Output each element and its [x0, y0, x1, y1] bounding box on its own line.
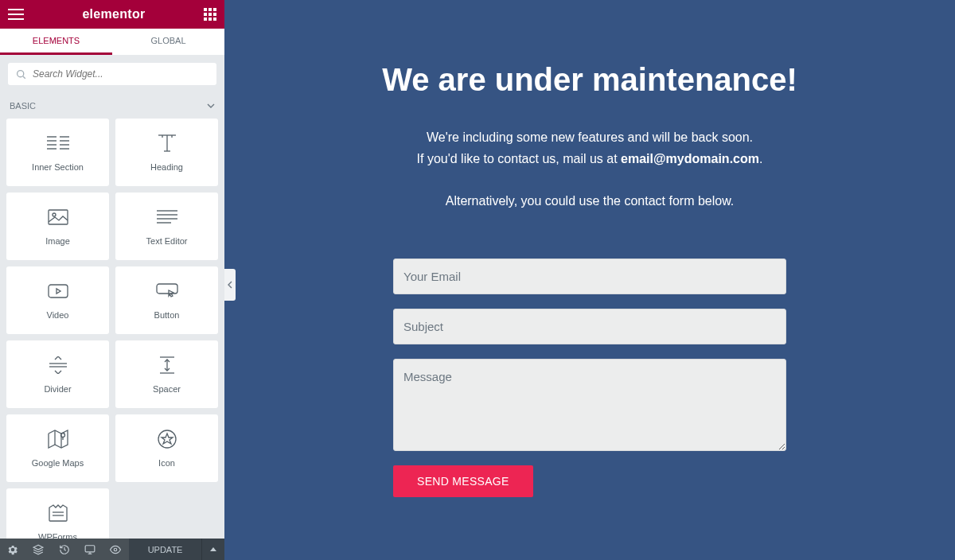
widget-video[interactable]: Video: [6, 266, 109, 334]
contact-form: SEND MESSAGE: [393, 259, 786, 497]
widget-label: Icon: [158, 458, 175, 468]
panel-tabs: ELEMENTS GLOBAL: [0, 29, 224, 55]
grid-icon[interactable]: [204, 8, 216, 21]
widget-label: WPForms: [38, 532, 77, 539]
widget-label: Text Editor: [146, 236, 188, 246]
svg-line-1: [23, 76, 25, 78]
tab-elements[interactable]: ELEMENTS: [0, 29, 112, 55]
contact-email: email@mydomain.com: [621, 152, 759, 165]
update-options-button[interactable]: [201, 539, 224, 560]
widget-label: Video: [47, 310, 69, 320]
svg-marker-38: [34, 545, 44, 550]
widget-icon[interactable]: Icon: [115, 414, 218, 482]
widgets-scroll[interactable]: Inner Section Heading Image Text Editor: [0, 119, 224, 539]
widget-label: Google Maps: [32, 458, 84, 468]
sidebar-header: elementor: [0, 0, 224, 29]
layers-icon: [33, 544, 44, 555]
form-icon: [49, 504, 68, 523]
search-icon: [16, 69, 26, 80]
columns-icon: [47, 134, 69, 153]
section-basic-label: BASIC: [10, 101, 36, 111]
tab-global[interactable]: GLOBAL: [112, 29, 224, 55]
image-icon: [48, 208, 68, 227]
history-button[interactable]: [52, 539, 77, 560]
send-message-button[interactable]: SEND MESSAGE: [393, 465, 533, 497]
subject-field[interactable]: [393, 309, 786, 344]
intro-line3: Alternatively, you could use the contact…: [446, 190, 735, 212]
widget-label: Divider: [44, 384, 71, 394]
email-field[interactable]: [393, 259, 786, 294]
widget-button[interactable]: Button: [115, 266, 218, 334]
video-icon: [48, 282, 68, 301]
widget-label: Heading: [150, 162, 183, 172]
eye-icon: [110, 544, 121, 555]
map-icon: [48, 430, 68, 449]
widget-label: Inner Section: [32, 162, 84, 172]
preview-button[interactable]: [103, 539, 128, 560]
widget-text-editor[interactable]: Text Editor: [115, 192, 218, 260]
widget-label: Button: [154, 310, 180, 320]
chevron-left-icon: [228, 281, 232, 289]
widget-label: Spacer: [153, 384, 181, 394]
svg-rect-21: [49, 285, 68, 298]
widget-wpforms[interactable]: WPForms: [6, 488, 109, 539]
widget-inner-section[interactable]: Inner Section: [6, 119, 109, 186]
logo: elementor: [82, 7, 145, 21]
svg-rect-23: [157, 284, 177, 294]
section-basic[interactable]: BASIC: [0, 93, 224, 119]
search-wrap: [0, 55, 224, 93]
history-icon: [59, 544, 70, 555]
heading-icon: [157, 134, 177, 153]
svg-rect-39: [85, 545, 95, 551]
navigator-button[interactable]: [25, 539, 51, 560]
settings-button[interactable]: [0, 539, 25, 560]
page-title: We are under maintenance!: [382, 62, 797, 98]
widget-divider[interactable]: Divider: [6, 340, 109, 408]
chevron-down-icon: [207, 103, 215, 108]
intro-line1: We're including some new features and wi…: [417, 126, 763, 148]
widget-label: Image: [45, 236, 70, 246]
desktop-icon: [84, 544, 96, 555]
svg-point-0: [18, 70, 24, 76]
responsive-button[interactable]: [77, 539, 103, 560]
svg-point-42: [115, 548, 118, 551]
spacer-icon: [158, 356, 176, 375]
svg-marker-43: [210, 547, 216, 551]
editor-sidebar: elementor ELEMENTS GLOBAL BASIC Inner Se…: [0, 0, 224, 560]
sidebar-footer: UPDATE: [0, 539, 224, 560]
message-field[interactable]: [393, 359, 786, 451]
star-badge-icon: [158, 430, 177, 449]
button-icon: [156, 282, 178, 301]
divider-icon: [49, 356, 67, 375]
gear-icon: [7, 544, 18, 555]
menu-icon[interactable]: [8, 9, 24, 20]
intro-line2: If you'd like to contact us, mail us at …: [417, 148, 763, 169]
svg-rect-15: [49, 210, 68, 224]
widget-spacer[interactable]: Spacer: [115, 340, 218, 408]
preview-canvas: We are under maintenance! We're includin…: [224, 0, 955, 560]
svg-point-16: [53, 213, 56, 216]
search-input[interactable]: [33, 68, 209, 80]
collapse-sidebar-button[interactable]: [224, 269, 236, 301]
caret-up-icon: [210, 547, 216, 551]
widget-heading[interactable]: Heading: [115, 119, 218, 186]
search-box: [8, 63, 216, 85]
svg-marker-35: [162, 434, 173, 444]
update-button[interactable]: UPDATE: [129, 539, 202, 560]
widget-google-maps[interactable]: Google Maps: [6, 414, 109, 482]
intro-text: We're including some new features and wi…: [417, 126, 763, 169]
text-editor-icon: [157, 208, 177, 227]
widgets-grid: Inner Section Heading Image Text Editor: [6, 119, 218, 539]
widget-image[interactable]: Image: [6, 192, 109, 260]
svg-marker-22: [57, 289, 60, 294]
